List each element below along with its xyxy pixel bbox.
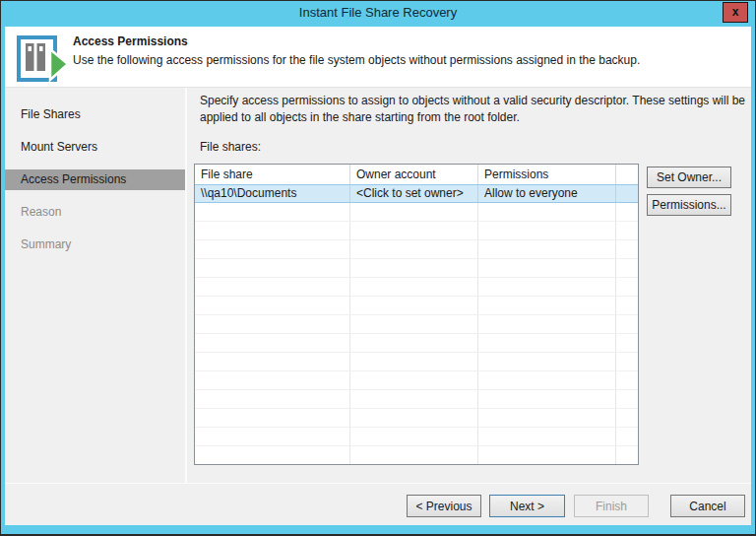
window-title: Instant File Share Recovery — [0, 0, 756, 27]
table-row-empty — [195, 240, 638, 259]
table-row-selected[interactable]: \\qa10\Documents <Click to set owner> Al… — [195, 184, 638, 203]
cancel-button[interactable]: Cancel — [670, 495, 745, 517]
next-button[interactable]: Next > — [489, 495, 565, 517]
table-row-empty — [195, 334, 638, 353]
table-row-empty — [195, 446, 638, 465]
cell-file-share[interactable]: \\qa10\Documents — [195, 185, 350, 202]
close-icon: x — [732, 6, 739, 18]
column-header-permissions[interactable]: Permissions — [478, 165, 616, 184]
file-share-recovery-icon — [17, 35, 70, 82]
table-row-empty — [195, 315, 638, 334]
cell-permissions[interactable]: Allow to everyone — [478, 185, 616, 202]
table-empty-rows — [195, 203, 638, 465]
sidebar-item-mount-servers[interactable]: Mount Servers — [5, 137, 185, 158]
table-header-row: File share Owner account Permissions — [195, 165, 638, 184]
table-row-empty — [195, 428, 638, 446]
wizard-header: Access Permissions Use the following acc… — [5, 27, 751, 88]
column-header-file-share[interactable]: File share — [195, 165, 350, 184]
wizard-window: Instant File Share Recovery x Access Per… — [0, 0, 756, 536]
column-header-owner-account[interactable]: Owner account — [350, 165, 478, 184]
cell-owner-account[interactable]: <Click to set owner> — [350, 185, 478, 202]
permissions-button[interactable]: Permissions... — [647, 194, 731, 216]
step-title: Access Permissions — [73, 34, 188, 48]
file-shares-label: File shares: — [200, 140, 261, 154]
table-row-empty — [195, 222, 638, 240]
previous-button[interactable]: < Previous — [407, 495, 481, 517]
step-description: Use the following access permissions for… — [73, 53, 640, 67]
instruction-text: Specify access permissions to assign to … — [200, 93, 748, 126]
wizard-steps-sidebar: File Shares Mount Servers Access Permiss… — [5, 88, 185, 483]
sidebar-item-summary: Summary — [5, 234, 185, 255]
main-panel: Specify access permissions to assign to … — [187, 88, 751, 483]
set-owner-button[interactable]: Set Owner... — [647, 167, 731, 188]
table-row-empty — [195, 297, 638, 315]
finish-button: Finish — [574, 495, 649, 517]
file-shares-table: File share Owner account Permissions \\q… — [194, 164, 639, 465]
table-row-empty — [195, 409, 638, 428]
table-row-empty — [195, 353, 638, 371]
sidebar-item-access-permissions[interactable]: Access Permissions — [5, 169, 185, 190]
sidebar-item-file-shares[interactable]: File Shares — [5, 104, 185, 125]
column-header-filler — [616, 165, 638, 184]
close-button[interactable]: x — [723, 2, 748, 23]
table-row-empty — [195, 259, 638, 278]
footer-bar: < Previous Next > Finish Cancel — [5, 483, 751, 525]
cell-filler — [616, 185, 638, 202]
title-bar[interactable]: Instant File Share Recovery — [0, 0, 756, 27]
table-row-empty — [195, 278, 638, 297]
sidebar-item-reason: Reason — [5, 202, 185, 223]
table-row-empty — [195, 390, 638, 409]
table-row-empty — [195, 371, 638, 390]
table-row-empty — [195, 203, 638, 222]
